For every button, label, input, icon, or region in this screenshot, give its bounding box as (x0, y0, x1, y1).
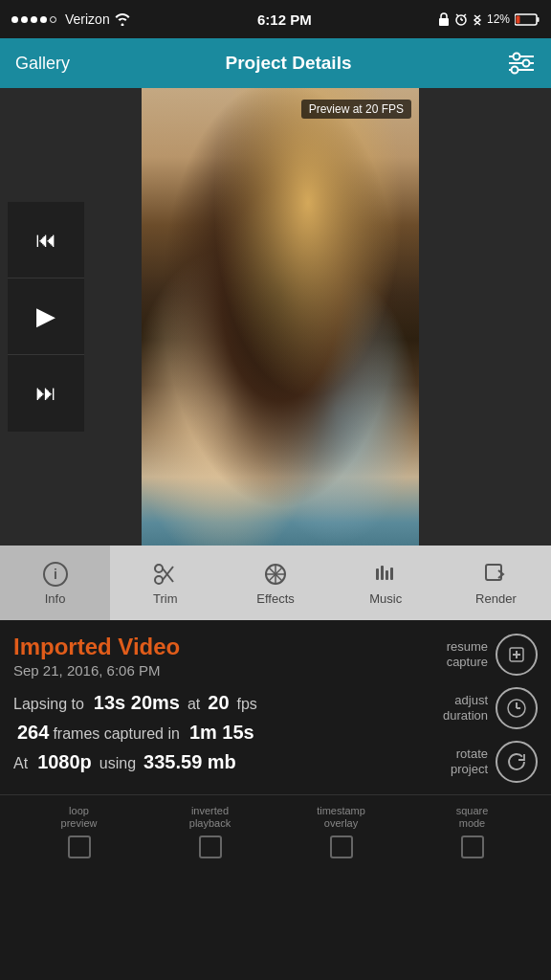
tab-music[interactable]: Music (331, 546, 441, 620)
svg-text:i: i (54, 567, 57, 582)
svg-point-12 (513, 54, 519, 60)
effects-icon (262, 561, 289, 588)
tab-trim[interactable]: Trim (110, 546, 220, 620)
render-icon (482, 561, 509, 588)
svg-point-18 (155, 565, 163, 572)
dot5 (50, 16, 56, 23)
play-icon: ▶ (36, 301, 55, 331)
lapsing-value: 13s 20ms (94, 692, 180, 714)
fps-badge: Preview at 20 FPS (301, 100, 411, 119)
tab-music-label: Music (369, 591, 402, 606)
play-button[interactable]: ▶ (8, 278, 84, 355)
tab-bar: i Info Trim Effects Music (0, 546, 551, 620)
frames-row: 264 frames captured in 1m 15s (13, 722, 404, 744)
alarm-icon (454, 12, 468, 26)
svg-point-13 (522, 60, 529, 67)
resolution-row: At 1080p using 335.59 mb (13, 751, 404, 773)
frames-value: 264 (17, 722, 49, 744)
tab-render-label: Render (475, 591, 517, 606)
battery-icon (515, 13, 540, 26)
svg-rect-28 (386, 570, 388, 580)
rewind-button[interactable]: ⏮ (8, 202, 84, 278)
dot2 (21, 16, 28, 23)
lapsing-label: Lapsing to (13, 696, 84, 713)
tab-trim-label: Trim (153, 591, 178, 606)
dot3 (31, 16, 37, 23)
nav-bar: Gallery Project Details (0, 38, 551, 88)
fps-unit: fps (237, 696, 257, 713)
square-mode-checkbox[interactable] (461, 835, 484, 858)
lock-icon (438, 12, 450, 26)
loop-preview-item: looppreview (13, 805, 144, 858)
dot4 (40, 16, 47, 23)
duration-value: 1m 15s (189, 722, 254, 744)
tab-render[interactable]: Render (441, 546, 551, 620)
info-icon: i (42, 561, 69, 588)
fastforward-button[interactable]: ⏭ (8, 355, 84, 432)
rotate-project-action[interactable]: rotateproject (451, 741, 538, 783)
adjust-duration-label: adjustduration (443, 693, 488, 723)
status-time: 6:12 PM (257, 11, 312, 28)
loop-preview-label: looppreview (61, 805, 98, 830)
resume-capture-icon (496, 634, 538, 676)
svg-rect-26 (376, 568, 379, 580)
tab-effects[interactable]: Effects (220, 546, 330, 620)
video-thumbnail: Preview at 20 FPS (142, 88, 419, 546)
lapsing-row: Lapsing to 13s 20ms at 20 fps (13, 692, 404, 714)
rotate-project-label: rotateproject (451, 746, 488, 776)
svg-line-5 (463, 14, 466, 16)
square-mode-label: squaremode (456, 805, 489, 830)
carrier-label: Verizon (65, 11, 110, 27)
at-label2: At (13, 755, 28, 772)
svg-rect-27 (381, 566, 384, 580)
at-label: at (187, 696, 200, 713)
svg-rect-8 (517, 15, 520, 23)
timestamp-overlay-checkbox[interactable] (330, 835, 353, 858)
sliders-icon[interactable] (507, 52, 536, 75)
svg-rect-29 (390, 568, 393, 580)
timestamp-overlay-item: timestampoverlay (276, 805, 407, 858)
info-content: Imported Video Sep 21, 2016, 6:06 PM Lap… (0, 620, 551, 794)
scissors-icon (152, 561, 179, 588)
loop-preview-checkbox[interactable] (68, 835, 91, 858)
bluetooth-icon (473, 12, 482, 26)
using-label: using (99, 755, 136, 772)
tab-info[interactable]: i Info (0, 546, 110, 620)
music-icon (372, 561, 399, 588)
status-bar: Verizon 6:12 PM 12% (0, 0, 551, 38)
square-mode-item: squaremode (407, 805, 538, 858)
svg-line-20 (163, 567, 173, 580)
video-image (142, 88, 419, 546)
checkbox-row: looppreview invertedplayback timestampov… (0, 794, 551, 874)
playback-controls: ⏮ ▶ ⏭ (0, 88, 91, 546)
inverted-playback-checkbox[interactable] (199, 835, 222, 858)
rotate-project-icon (496, 741, 538, 783)
project-date: Sep 21, 2016, 6:06 PM (13, 662, 404, 679)
dot1 (11, 16, 18, 23)
page-title: Project Details (226, 53, 352, 74)
tab-effects-label: Effects (256, 591, 295, 606)
signal-dots (11, 16, 56, 23)
svg-rect-7 (538, 17, 540, 22)
resolution-value: 1080p (37, 751, 92, 773)
svg-rect-0 (439, 18, 449, 26)
tab-info-label: Info (45, 591, 66, 606)
svg-line-4 (456, 14, 459, 16)
back-button[interactable]: Gallery (15, 54, 70, 74)
svg-point-17 (155, 576, 163, 584)
size-value: 335.59 mb (143, 751, 236, 773)
fps-value: 20 (208, 692, 229, 714)
info-right: resumecapture adjustduration (404, 634, 538, 783)
video-area: Preview at 20 FPS ⏮ ▶ ⏭ (0, 88, 551, 546)
project-title: Imported Video (13, 634, 404, 660)
svg-point-14 (511, 67, 518, 74)
status-right: 12% (438, 12, 540, 26)
timestamp-overlay-label: timestampoverlay (317, 805, 365, 830)
resume-capture-action[interactable]: resumecapture (447, 634, 538, 676)
adjust-duration-icon (496, 687, 538, 729)
svg-line-19 (163, 568, 173, 582)
inverted-playback-label: invertedplayback (189, 805, 231, 830)
info-left: Imported Video Sep 21, 2016, 6:06 PM Lap… (13, 634, 404, 783)
resume-capture-label: resumecapture (447, 639, 488, 669)
adjust-duration-action[interactable]: adjustduration (443, 687, 538, 729)
